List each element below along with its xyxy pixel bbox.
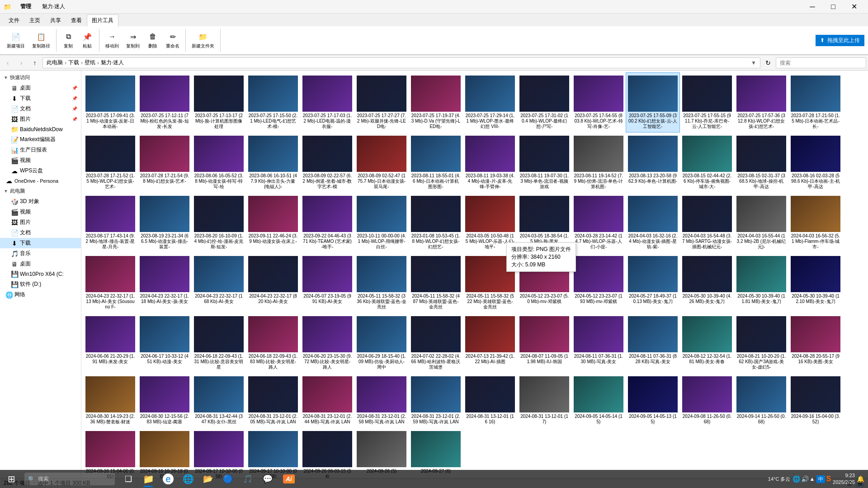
sidebar-item-desktop2[interactable]: 🖥 桌面: [0, 259, 81, 269]
sidebar-item-pictures[interactable]: 🖼 图片 📌: [0, 114, 81, 124]
file-item[interactable]: 2023-08-15 02-44-42 (2.6 Kb)-停车场-俯角视图-城市…: [680, 133, 734, 193]
close-button[interactable]: ✕: [844, 0, 864, 14]
file-item[interactable]: 2023-08-20 16-10-09 (1.4 Mb)-幻控-绘-漫画-皮克斯…: [192, 193, 246, 253]
new-item-button[interactable]: 📄 新建项目: [4, 30, 28, 51]
file-item[interactable]: 2024-09-05 14-05-13 (15): [626, 373, 680, 428]
file-item[interactable]: 2024-05-07 23-19-05 (991 KB)-AI-美女: [300, 253, 354, 313]
refresh-button[interactable]: ↻: [762, 57, 774, 69]
sidebar-item-desktop[interactable]: 🖥 桌面 📌: [0, 83, 81, 93]
rename-button[interactable]: ✏ 重命名: [163, 30, 183, 51]
file-item[interactable]: 2023-01-08 10-53-45 (1.8 Mb)-WLOP-幻想女孩-幻…: [409, 193, 463, 253]
taskbar-app-wechat[interactable]: 💬: [258, 470, 278, 488]
ribbon-tab-file[interactable]: 文件: [4, 14, 24, 26]
notification-button[interactable]: 🔔: [857, 475, 864, 483]
file-item[interactable]: 2024-07-13 21-39-42 (1.22 Mb)-AI-插图: [463, 313, 517, 373]
file-item[interactable]: 2024-04-23 22-32-17 (1.13 Mb)-AI-美女 (Sou…: [83, 253, 137, 313]
ribbon-tab-picture-tools[interactable]: 图片工具: [87, 14, 118, 27]
file-item[interactable]: 2024-08-12 12-32-54 (1.81 MB)-美女-青春: [680, 313, 734, 373]
file-item[interactable]: 2023-08-09 02-22-57 (6.2 Mb)-倒退-坐着-城市-数字…: [300, 133, 354, 193]
back-button[interactable]: ‹: [2, 57, 14, 69]
taskbar-app-explorer2[interactable]: 📂: [198, 470, 218, 488]
file-item[interactable]: 2023-07-25 17-13-17 (2 Mb)-脸-计算机图形图像处理: [192, 72, 246, 133]
file-item[interactable]: 2024-05-30 10-39-40 (4.26 MB)-美女-鬼刀: [680, 253, 734, 313]
maximize-button[interactable]: □: [823, 0, 844, 14]
sidebar-item-downloads[interactable]: ⬇ 下载: [0, 238, 81, 248]
paste-button[interactable]: 📌 粘贴: [78, 30, 96, 51]
file-item[interactable]: 2024-08-31 23-12-01 (2.44 MB)-写真-许岚 LAN: [300, 373, 354, 428]
file-item[interactable]: 2024-06-18 22-09-43 (1.31 MB)-比较-意容美女明星: [192, 313, 246, 373]
file-item[interactable]: 2023-07-25 17-15-50 (2.1 Mb)-LED电气-幻想艺术-…: [246, 72, 300, 133]
file-item[interactable]: 2023-08-17 17-43-14 (9.2 Mb)-地球-撞击-装置-星星…: [83, 193, 137, 253]
sidebar-item-onedrive[interactable]: ☁ OneDrive - Persona: [0, 176, 81, 186]
ribbon-tab-home[interactable]: 主页: [24, 14, 45, 26]
file-item[interactable]: 2024-06-20 23-15-30 (9.72 MB)-比较-美女明星-路人: [300, 313, 354, 373]
breadcrumb[interactable]: 此电脑 › 下载 › 壁纸 › 魅力·迷人 ▼: [42, 57, 760, 68]
file-item[interactable]: 2023-08-19 23-21-34 (66.5 Mb)-动漫女孩-撞击-装置…: [137, 193, 192, 253]
quick-access-section[interactable]: ▼ 快速访问: [0, 72, 81, 83]
file-item[interactable]: 2024-06-06 21-20-29 (1.91 MB)-来发-美女: [83, 313, 137, 373]
file-item[interactable]: 2023-07-25 17-19-37 (4.3 Mb)-D.Va (守望先锋)…: [409, 72, 463, 133]
taskbar-app-ai[interactable]: Ai: [278, 470, 300, 488]
title-tab-name[interactable]: 魅力·迷人: [37, 3, 71, 10]
file-item[interactable]: 2023-08-16 02-03-28 (598.6 Kb)-日本动画-主-机甲…: [788, 133, 843, 193]
file-item[interactable]: 2024-05-11 15-58-32 (522 Mb)-英雄联盟-蓝色-金亮丝: [463, 253, 517, 313]
file-item[interactable]: 2024-03-05 10-50-48 (15 Mb)-WLOP-乐器-人们-地…: [463, 193, 517, 253]
file-item[interactable]: 2024-05-30 10-39-40 (12.10 MB)-美女-鬼刀: [788, 253, 843, 313]
forward-button[interactable]: ›: [15, 57, 27, 69]
sidebar-item-markext[interactable]: 📝 Markext编辑器: [0, 134, 81, 145]
taskbar-app-chrome[interactable]: 🌐: [178, 470, 198, 488]
file-item[interactable]: 2023-08-09 02-52-47 (175.7 Mb)-日本动漫女孩-双马…: [354, 133, 409, 193]
file-item[interactable]: 2024-04-03 16-54-48 (3.7 Mb)-SARTG-动漫女孩-…: [680, 193, 734, 253]
upload-button[interactable]: ⬆ 拖拽至此上传: [816, 35, 864, 46]
sidebar-item-documents[interactable]: 📄 文档: [0, 227, 81, 238]
file-item[interactable]: 2024-08-21 10-20-20 (1.62 KB)-国产3A游戏-美女-…: [734, 313, 788, 373]
sidebar-item-video[interactable]: 🎬 视频: [0, 155, 81, 166]
file-item[interactable]: 2023-08-13 23-20-58 (962.9 Kb)-单色-计算机图-: [626, 133, 680, 193]
file-item[interactable]: 2023-07-25 17-57-36 (312.8 Kb)-WLOP-幻想女孩…: [734, 72, 788, 133]
breadcrumb-pc[interactable]: 此电脑: [47, 59, 63, 66]
file-item[interactable]: 2024-03-05 18-38-54 (1.5 Mb)-脸-黑发: [517, 193, 571, 253]
sidebar-item-win10[interactable]: 💾 Win10Pro X64 (C:: [0, 269, 81, 279]
file-item[interactable]: 2023-08-11 19-03-38 (4.4 Mb)-动漫-片-皮革-先锋-…: [463, 133, 517, 193]
taskbar-search[interactable]: 🔍 搜索: [24, 473, 115, 485]
file-item[interactable]: 2024-08-11 07-36-31 (828 KB)-写真-美女: [626, 313, 680, 373]
file-item[interactable]: 2024-08-31 13-12-01 (16 16): [463, 373, 517, 428]
file-item[interactable]: 2023-08-11 18-55-01 (4.6 Mb)-日本动画-计算机图形图…: [409, 133, 463, 193]
sidebar-item-3d[interactable]: 🎲 3D 对象: [0, 196, 81, 207]
search-input[interactable]: [776, 57, 866, 68]
file-item[interactable]: 2023-07-28 17-21-52 (1.5 Mb)-WLOP-幻想女孩-艺…: [83, 133, 137, 193]
file-item[interactable]: 2024-08-31 23-12-01 (2.58 MB)-写真-许岚 LAN: [354, 373, 409, 428]
sidebar-item-baidu[interactable]: 📁 BaiduNetdiskDow: [0, 124, 81, 134]
file-item[interactable]: 2023-08-06 16-05-52 (3.8 Mb)-动漫女孩-特写-特写-…: [192, 133, 246, 193]
sidebar-item-network[interactable]: 🌐 网络: [0, 289, 81, 300]
file-item[interactable]: 2024-03-28 23-14-42 (14.7 Mb)-WLOP-乐器-人们…: [571, 193, 626, 253]
file-item[interactable]: 2023-07-25 17-09-41 (3.1 Mb)-动漫女孩-反射-日本动…: [83, 72, 137, 133]
file-item[interactable]: 2024-09-16 15-04-00 (3.52): [788, 373, 843, 428]
sidebar-item-report[interactable]: 📊 生产日报表: [0, 145, 81, 155]
file-item[interactable]: 2023-08-11 19-07-30 (1.3 Mb)-单色-流泪者-视频游戏: [517, 133, 571, 193]
file-item[interactable]: 2024-04-03 16-55-44 (13.2 Mb)-2B (尼尔-机械纪…: [734, 193, 788, 253]
up-button[interactable]: ↑: [29, 57, 41, 69]
file-item[interactable]: 2024-06-29 18-15-40 (1.09 MB)-仿妆-美厨动人-周中: [354, 313, 409, 373]
sidebar-item-pics[interactable]: 🖼 图片: [0, 217, 81, 227]
file-item[interactable]: 2023-07-25 17-31-02 (10.4 Mb)-WLOP-最终幻想-…: [517, 72, 571, 133]
file-item[interactable]: 2024-08-07 11-09-05 (11.98 MB)-IU-韩国: [517, 313, 571, 373]
file-item[interactable]: 2024-05-11 15-58-32 (487 Mb)-英雄联盟-蓝色-金亮丝: [409, 253, 463, 313]
input-method-icon[interactable]: 中: [816, 475, 825, 483]
move-to-button[interactable]: → 移动到: [102, 30, 122, 51]
file-item[interactable]: 2023-09-11 22-46-24 (3.9 Mb)-动漫女孩-在床上-: [246, 193, 300, 253]
taskbar-edge[interactable]: e: [158, 470, 178, 488]
file-item[interactable]: 2024-09-05 14-05-14 (15): [571, 373, 626, 428]
file-item[interactable]: 2024-06-18 22-09-43 (1.83 MB)-比较-美女明星-路人: [246, 313, 300, 373]
file-item[interactable]: 2024-05-12 23-23-07 (193 MB)-mv-邓紫棋: [571, 253, 626, 313]
taskbar-clock[interactable]: 9:23 2025/2/25: [833, 472, 855, 486]
sidebar-item-software[interactable]: 💾 软件 (D:): [0, 279, 81, 289]
ribbon-tab-view[interactable]: 查看: [66, 14, 87, 26]
file-item[interactable]: 2023-07-25 17-17-03 (1.2 Mb)-LED电视-温的-漫衣…: [300, 72, 354, 133]
minimize-button[interactable]: ─: [802, 0, 823, 14]
file-item[interactable]: 2024-08-28 20-55-17 (916 KB)-美图-美女: [788, 313, 843, 373]
file-item[interactable]: 2024-05-30 10-39-40 (11.81 MB)-美女-鬼刀: [734, 253, 788, 313]
delete-button[interactable]: 🗑 删除: [144, 30, 162, 51]
file-item[interactable]: 2023-10-11 00-00-00 (4.1 Mb)-WLOP-用绳腰带-白…: [354, 193, 409, 253]
sidebar-item-videos[interactable]: 🎬 视频: [0, 207, 81, 217]
